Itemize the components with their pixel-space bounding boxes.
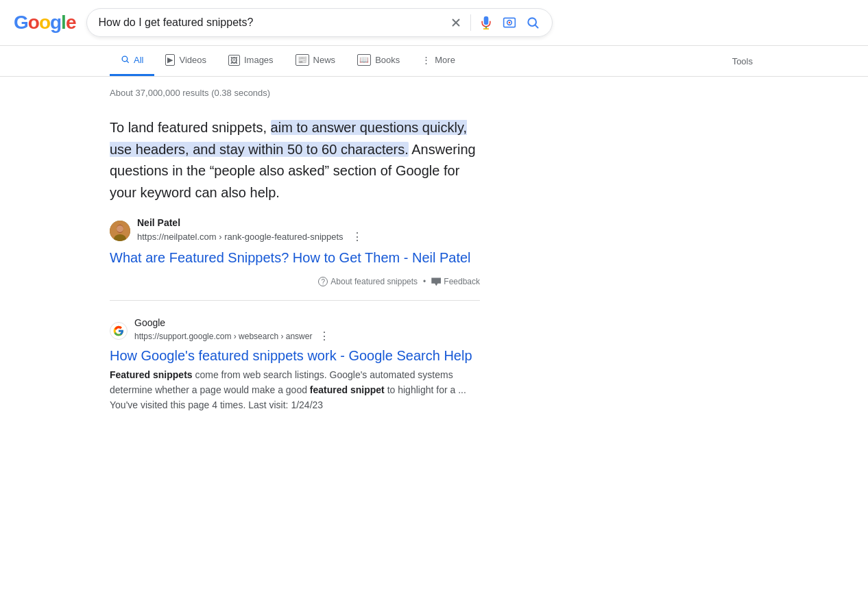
logo-l: l (61, 12, 66, 33)
feedback-icon (431, 277, 441, 286)
logo-o1: o (28, 12, 39, 33)
books-icon: 📖 (357, 54, 371, 66)
result-more-button[interactable]: ⋮ (316, 328, 333, 344)
result-visited-0: You've visited this page 4 times. Last v… (110, 399, 480, 410)
all-icon (121, 55, 130, 66)
tab-all-label: All (134, 55, 143, 65)
tab-videos-label: Videos (179, 55, 206, 65)
snippet-text: To land featured snippets, aim to answer… (110, 117, 480, 203)
source-url: https://neilpatel.com › rank-google-feat… (137, 232, 343, 242)
main-content: About 37,000,000 results (0.38 seconds) … (0, 77, 590, 421)
lens-button[interactable] (501, 14, 518, 31)
meta-divider: • (423, 277, 426, 286)
featured-snippet: To land featured snippets, aim to answer… (110, 106, 480, 301)
about-label: About featured snippets (330, 277, 418, 286)
search-input[interactable] (98, 16, 442, 29)
result-title-link-0[interactable]: How Google's featured snippets work - Go… (110, 347, 480, 364)
snippet-text-before: To land featured snippets, (110, 120, 271, 135)
tab-images[interactable]: 🖼 Images (217, 47, 285, 76)
source-name: Neil Patel (137, 217, 365, 228)
avatar (110, 221, 130, 241)
source-url-row: https://neilpatel.com › rank-google-feat… (137, 229, 365, 245)
tab-videos[interactable]: ▶ Videos (154, 46, 217, 76)
question-icon: ? (318, 277, 328, 286)
header: Google (0, 0, 868, 46)
result-favicon (110, 322, 128, 340)
tab-more-label: More (435, 55, 455, 65)
logo-o2: o (39, 12, 50, 33)
svg-line-8 (535, 25, 538, 28)
logo-g2: g (50, 12, 61, 33)
feedback-button[interactable]: Feedback (431, 277, 480, 286)
feedback-label: Feedback (444, 277, 480, 286)
snippet-source: Neil Patel https://neilpatel.com › rank-… (110, 217, 480, 245)
tools-tab[interactable]: Tools (727, 48, 758, 75)
mic-button[interactable] (478, 14, 494, 31)
svg-point-6 (509, 22, 511, 24)
result-url: https://support.google.com › websearch ›… (134, 332, 312, 341)
search-button[interactable] (525, 14, 541, 31)
nav-tabs: All ▶ Videos 🖼 Images 📰 News 📖 Books ⋮ M… (0, 46, 868, 77)
svg-line-10 (127, 61, 128, 62)
search-bar[interactable] (86, 8, 553, 37)
tab-news-label: News (313, 55, 336, 65)
tab-books[interactable]: 📖 Books (346, 46, 411, 76)
tab-more[interactable]: ⋮ More (411, 47, 466, 75)
clear-button[interactable] (448, 15, 463, 30)
tab-all[interactable]: All (110, 47, 154, 76)
images-icon: 🖼 (228, 55, 240, 66)
result-url-row: https://support.google.com › websearch ›… (134, 328, 333, 344)
search-result-0: Google https://support.google.com › webs… (110, 301, 480, 421)
source-info: Neil Patel https://neilpatel.com › rank-… (137, 217, 365, 245)
result-source-info: Google https://support.google.com › webs… (134, 317, 333, 344)
result-source-row: Google https://support.google.com › webs… (110, 317, 480, 344)
about-featured-snippets-button[interactable]: ? About featured snippets (318, 277, 418, 286)
news-icon: 📰 (296, 54, 309, 66)
more-icon: ⋮ (422, 55, 431, 65)
tab-news[interactable]: 📰 News (285, 46, 347, 76)
search-icon-group (448, 14, 541, 31)
videos-icon: ▶ (165, 54, 175, 66)
tab-images-label: Images (244, 55, 274, 65)
source-more-button[interactable]: ⋮ (349, 229, 365, 245)
result-site-name: Google (134, 317, 333, 328)
google-logo: Google (14, 12, 75, 34)
logo-g: G (14, 12, 28, 33)
results-count: About 37,000,000 results (0.38 seconds) (110, 77, 480, 106)
result-description-0: Featured snippets come from web search l… (110, 367, 480, 397)
snippet-title-link[interactable]: What are Featured Snippets? How to Get T… (110, 250, 480, 266)
svg-point-14 (117, 225, 123, 232)
tab-books-label: Books (375, 55, 400, 65)
snippet-meta: ? About featured snippets • Feedback (110, 277, 480, 286)
divider (470, 14, 471, 31)
logo-e: e (66, 12, 76, 33)
